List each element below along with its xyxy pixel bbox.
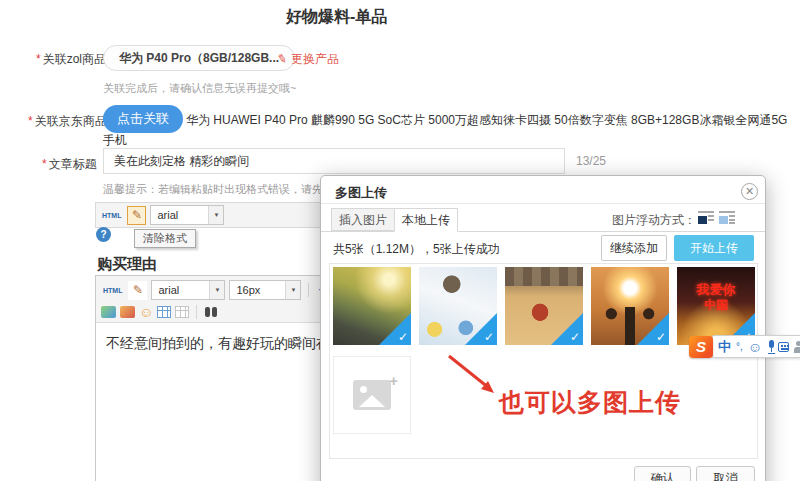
start-upload-button[interactable]: 开始上传 xyxy=(674,235,754,261)
upload-list-area: ✓ ✓ ✓ ✓ 我爱你 中国 ✓ xyxy=(329,263,758,459)
continue-add-button[interactable]: 继续添加 xyxy=(601,235,667,261)
html-source-icon[interactable]: HTML xyxy=(100,212,123,219)
annotation-text: 也可以多图上传 xyxy=(499,386,681,419)
edit-pencil-icon: ✎ xyxy=(276,51,288,67)
zol-product-pill[interactable]: 华为 P40 Pro（8GB/128GB... xyxy=(103,45,295,71)
html-source-icon[interactable]: HTML xyxy=(101,287,124,294)
editor1-font-select[interactable]: arial▼ xyxy=(150,205,224,225)
chevron-down-icon: ▼ xyxy=(209,281,224,299)
add-image-placeholder[interactable]: + xyxy=(333,356,411,434)
check-icon: ✓ xyxy=(484,330,494,344)
float-right-icon[interactable] xyxy=(719,211,735,224)
thumbnail-dog-on-sand[interactable]: ✓ xyxy=(505,267,583,345)
required-mark: * xyxy=(42,157,47,171)
jd-product-line1: 华为 HUAWEI P40 Pro 麒麟990 5G SoC芯片 5000万超感… xyxy=(186,112,787,129)
article-title-input[interactable]: 美在此刻定格 精彩的瞬间 xyxy=(103,148,565,174)
cancel-button[interactable]: 取消 xyxy=(696,466,755,481)
table-disabled-icon xyxy=(175,306,189,318)
insert-multi-image-icon[interactable] xyxy=(120,306,135,318)
title-char-counter: 13/25 xyxy=(576,154,606,168)
article-title-label: *文章标题 xyxy=(42,156,97,173)
divider xyxy=(321,203,765,204)
ime-emoji-icon[interactable]: ☺ xyxy=(748,340,762,354)
jd-link-button[interactable]: 点击关联 xyxy=(103,105,183,133)
ime-toolbar: 中 °, ☺ xyxy=(712,335,800,358)
check-icon: ✓ xyxy=(398,330,408,344)
check-icon: ✓ xyxy=(570,330,580,344)
lamp-pole xyxy=(625,307,635,345)
page-title: 好物爆料-单品 xyxy=(286,7,387,28)
change-product-link[interactable]: ✎更换产品 xyxy=(277,51,339,68)
multi-upload-dialog: 多图上传 ✕ 插入图片 本地上传 图片浮动方式： 共5张（1.12M），5张上传… xyxy=(320,175,766,481)
divider xyxy=(321,231,765,232)
thumb-text: 中国 xyxy=(677,297,755,314)
add-image-icon: + xyxy=(353,380,391,410)
ime-toolbox-icon[interactable] xyxy=(794,341,800,353)
emoticon-icon[interactable]: ☺ xyxy=(139,305,153,319)
jd-product-line2: 手机 xyxy=(103,132,127,149)
clear-format-tooltip: 清除格式 xyxy=(134,229,196,248)
editor2-font-select[interactable]: arial▼ xyxy=(151,280,225,300)
annotation-arrow xyxy=(439,352,509,404)
required-mark: * xyxy=(36,52,41,66)
required-mark: * xyxy=(28,114,33,128)
zol-label: *关联zol商品 xyxy=(36,51,106,68)
format-brush-icon[interactable]: ✎ xyxy=(128,281,147,300)
help-icon[interactable]: ? xyxy=(96,227,111,242)
clear-format-brush-icon[interactable]: ✎ xyxy=(127,206,146,225)
float-left-icon[interactable] xyxy=(698,211,714,224)
find-replace-icon[interactable] xyxy=(204,306,218,318)
ime-punctuation-toggle[interactable]: °, xyxy=(736,341,743,352)
divider xyxy=(308,283,309,297)
zol-hint: 关联完成后，请确认信息无误再提交哦~ xyxy=(103,81,296,96)
tab-insert-image[interactable]: 插入图片 xyxy=(331,208,395,231)
image-float-label: 图片浮动方式： xyxy=(612,212,696,229)
ime-keyboard-icon[interactable] xyxy=(778,342,788,352)
insert-image-icon[interactable] xyxy=(101,306,116,318)
section-heading: 购买理由 xyxy=(97,255,157,274)
dialog-title: 多图上传 xyxy=(335,184,387,202)
ime-language-toggle[interactable]: 中 xyxy=(718,338,731,356)
editor2-size-select[interactable]: 16px▼ xyxy=(229,280,301,300)
thumbnail-autumn-park[interactable]: ✓ xyxy=(333,267,411,345)
screen: 好物爆料-单品 *关联zol商品 华为 P40 Pro（8GB/128GB...… xyxy=(0,0,800,481)
sogou-logo-icon[interactable]: S xyxy=(689,336,713,358)
chevron-down-icon: ▼ xyxy=(285,281,300,299)
jd-label: *关联京东商品 xyxy=(28,113,107,130)
insert-table-icon[interactable] xyxy=(157,306,171,318)
thumbnail-child-reading[interactable]: ✓ xyxy=(419,267,497,345)
chevron-down-icon: ▼ xyxy=(208,206,223,224)
thumbnail-night-lights[interactable]: 我爱你 中国 ✓ xyxy=(677,267,755,345)
tab-local-upload[interactable]: 本地上传 xyxy=(394,208,458,232)
close-icon[interactable]: ✕ xyxy=(741,183,758,200)
check-icon: ✓ xyxy=(656,330,666,344)
ime-microphone-icon[interactable] xyxy=(767,340,773,354)
confirm-button[interactable]: 确认 xyxy=(634,466,691,481)
upload-status-text: 共5张（1.12M），5张上传成功 xyxy=(333,241,500,258)
thumbnail-glowing-lamp[interactable]: ✓ xyxy=(591,267,669,345)
divider xyxy=(196,305,197,319)
